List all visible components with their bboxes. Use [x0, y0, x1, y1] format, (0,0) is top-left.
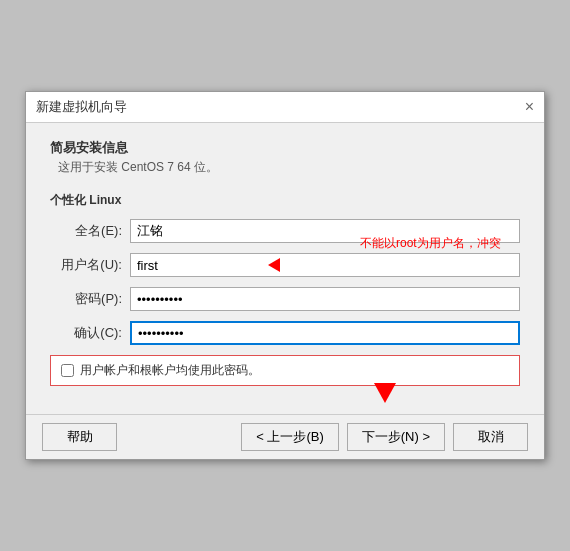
back-button[interactable]: < 上一步(B)	[241, 423, 339, 451]
fullname-label: 全名(E):	[50, 222, 130, 240]
annotation-text: 不能以root为用户名，冲突	[360, 235, 501, 252]
section-subtitle: 这用于安装 CentOS 7 64 位。	[58, 159, 520, 176]
next-button[interactable]: 下一步(N) >	[347, 423, 445, 451]
section-title: 简易安装信息	[50, 139, 520, 157]
next-arrow	[374, 383, 396, 403]
cancel-button[interactable]: 取消	[453, 423, 528, 451]
same-password-checkbox[interactable]	[61, 364, 74, 377]
close-button[interactable]: ×	[525, 99, 534, 115]
main-window: 新建虚拟机向导 × 简易安装信息 这用于安装 CentOS 7 64 位。 个性…	[25, 91, 545, 460]
same-password-row: 用户帐户和根帐户均使用此密码。	[50, 355, 520, 386]
username-row: 用户名(U): 不能以root为用户名，冲突	[50, 253, 520, 277]
same-password-label: 用户帐户和根帐户均使用此密码。	[80, 362, 260, 379]
password-input[interactable]	[130, 287, 520, 311]
help-button[interactable]: 帮助	[42, 423, 117, 451]
footer-right: < 上一步(B) 下一步(N) > 取消	[241, 423, 528, 451]
confirm-input[interactable]	[130, 321, 520, 345]
username-label: 用户名(U):	[50, 256, 130, 274]
form-section: 全名(E): 用户名(U): 不能以root为用户名，冲突 密码(P):	[50, 219, 520, 386]
password-label: 密码(P):	[50, 290, 130, 308]
footer: 帮助 < 上一步(B) 下一步(N) > 取消	[26, 414, 544, 459]
password-row: 密码(P):	[50, 287, 520, 311]
content-area: 简易安装信息 这用于安装 CentOS 7 64 位。 个性化 Linux 全名…	[26, 123, 544, 414]
confirm-row: 确认(C):	[50, 321, 520, 345]
username-input[interactable]	[130, 253, 520, 277]
titlebar: 新建虚拟机向导 ×	[26, 92, 544, 123]
group-label: 个性化 Linux	[50, 192, 520, 209]
confirm-label: 确认(C):	[50, 324, 130, 342]
window-title: 新建虚拟机向导	[36, 98, 127, 116]
